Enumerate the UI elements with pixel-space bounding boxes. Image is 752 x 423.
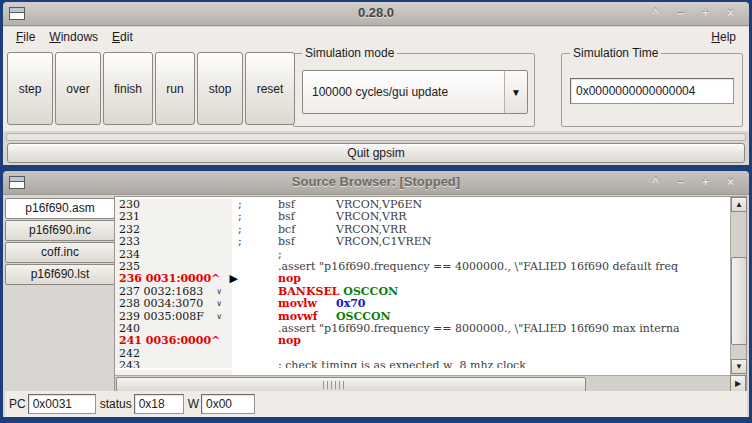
quit-gpsim-button[interactable]: Quit gpsim xyxy=(7,143,745,163)
code-segment: .assert "p16f690.frequency == 8000000., … xyxy=(278,323,680,335)
arrow-down-icon: ▼ xyxy=(735,362,743,371)
code-segment: ; check timing is as expected w 8 mhz cl… xyxy=(278,360,526,368)
vertical-scroll-thumb[interactable] xyxy=(731,257,747,345)
stop-button[interactable]: stop xyxy=(197,52,243,125)
titlebar[interactable]: 0.28.0 ^–+× xyxy=(3,2,749,26)
line-number: 235 xyxy=(119,260,140,273)
code-text: ;bsfVRCON,VP6EN xyxy=(232,199,730,211)
source-line[interactable]: 230;bsfVRCON,VP6EN xyxy=(115,199,730,211)
run-button[interactable]: run xyxy=(155,52,195,125)
gpsim-main-window: 0.28.0 ^–+× FileWindowsEdit Help Simulat… xyxy=(3,2,749,165)
code-segment: bsf xyxy=(278,236,336,248)
code-segment: bsf xyxy=(278,211,336,223)
source-line[interactable]: 232;bcfVRCON,VRR xyxy=(115,224,730,236)
tab-p16f690.inc[interactable]: p16f690.inc xyxy=(5,220,115,241)
arrow-up-icon: ▲ xyxy=(735,200,743,209)
shade-button[interactable]: ^ xyxy=(643,174,668,191)
tab-p16f690.asm[interactable]: p16f690.asm xyxy=(5,198,115,219)
close-button[interactable]: × xyxy=(718,5,743,22)
code-segment: nop xyxy=(278,335,301,347)
code-segment: nop xyxy=(278,273,301,285)
pc-label: PC xyxy=(9,397,26,411)
simulation-time-field[interactable]: 0x0000000000000004 xyxy=(570,78,734,104)
line-number: 241 0036:0000 xyxy=(119,334,211,347)
finish-button[interactable]: finish xyxy=(103,52,153,125)
source-view: 230;bsfVRCON,VP6EN231;bsfVRCON,VRR232;bc… xyxy=(114,196,747,391)
source-line[interactable]: 239 0035:008F∨movwfOSCCON xyxy=(115,311,730,323)
code-segment: 0x70 xyxy=(336,298,366,310)
code-segment: VRCON,C1VREN xyxy=(336,236,431,248)
code-segment: ; xyxy=(278,249,282,261)
code-segment: movwf xyxy=(278,311,336,323)
combo-arrow-button[interactable]: ▼ xyxy=(504,71,527,113)
code-segment: BANKSEL xyxy=(278,286,343,298)
menu-windows[interactable]: Windows xyxy=(42,28,105,46)
arrow-right-icon: ▶ xyxy=(735,379,741,388)
line-number: 234 xyxy=(119,248,140,261)
code-segment: OSCCON xyxy=(343,286,398,298)
minimize-button[interactable]: – xyxy=(668,174,693,191)
source-line[interactable]: 242 xyxy=(115,348,730,360)
step-button[interactable]: step xyxy=(7,52,53,125)
simulation-time-label: Simulation Time xyxy=(570,46,661,60)
line-number: 242 xyxy=(119,347,140,360)
source-line[interactable]: 236 0031:0000^▶nop xyxy=(115,273,730,285)
code-segment: VRCON,VRR xyxy=(336,224,407,236)
break-caret-icon: ^ xyxy=(211,334,220,347)
w-value-field[interactable]: 0x00 xyxy=(201,394,255,414)
over-button[interactable]: over xyxy=(55,52,101,125)
horizontal-scroll-thumb[interactable] xyxy=(116,377,586,392)
break-caret-icon: ^ xyxy=(211,272,220,285)
code-text: ; check timing is as expected w 8 mhz cl… xyxy=(232,360,730,368)
status-value-field[interactable]: 0x18 xyxy=(134,394,184,414)
line-gutter[interactable]: 243 xyxy=(115,360,232,368)
code-segment: ; xyxy=(238,211,278,223)
code-segment: ; xyxy=(238,236,278,248)
code-segment: movlw xyxy=(278,298,336,310)
status-strip xyxy=(6,133,746,141)
register-status-bar: PC0x0031status0x18W0x00 xyxy=(5,391,747,417)
source-line[interactable]: 233;bsfVRCON,C1VREN xyxy=(115,236,730,248)
line-number: 238 0034:3070 xyxy=(119,297,203,310)
horizontal-scrollbar[interactable] xyxy=(115,375,730,392)
source-line[interactable]: 237 0032:1683∨BANKSEL OSCCON xyxy=(115,286,730,298)
vertical-scrollbar[interactable]: ▲ ▼ xyxy=(730,197,746,375)
code-segment: VRCON,VP6EN xyxy=(336,199,422,211)
source-line[interactable]: 231;bsfVRCON,VRR xyxy=(115,211,730,223)
close-button[interactable]: × xyxy=(718,174,743,191)
menu-edit[interactable]: Edit xyxy=(105,28,140,46)
simulation-mode-groupbox: Simulation mode 100000 cycles/gui update… xyxy=(293,53,535,127)
tab-coff.inc[interactable]: coff.inc xyxy=(5,242,115,263)
maximize-button[interactable]: + xyxy=(693,5,718,22)
source-line[interactable]: 241 0036:0000^nop xyxy=(115,335,730,347)
flow-chevron-icon: ∨ xyxy=(216,311,222,323)
scroll-up-button[interactable]: ▲ xyxy=(731,197,747,212)
source-line[interactable]: 243; check timing is as expected w 8 mhz… xyxy=(115,360,730,368)
pc-value-field[interactable]: 0x0031 xyxy=(28,394,96,414)
titlebar[interactable]: Source Browser: [Stopped] ^–+× xyxy=(3,171,749,195)
code-segment: OSCCON xyxy=(336,311,391,323)
code-text: .assert "p16f690.frequency == 4000000., … xyxy=(232,261,730,273)
file-tab-list: p16f690.asmp16f690.inccoff.incp16f690.ls… xyxy=(5,198,115,286)
flow-chevron-icon: ∨ xyxy=(216,298,222,310)
menu-group: FileWindowsEdit xyxy=(9,28,140,46)
source-line[interactable]: 234; xyxy=(115,249,730,261)
menu-file[interactable]: File xyxy=(9,28,42,46)
simulation-mode-select[interactable]: 100000 cycles/gui update ▼ xyxy=(302,70,528,114)
current-line-pointer-icon: ▶ xyxy=(230,273,238,285)
source-line[interactable]: 238 0034:3070∨movlw0x70 xyxy=(115,298,730,310)
code-text: nop xyxy=(232,273,730,285)
code-segment: VRCON,VRR xyxy=(336,211,407,223)
minimize-button[interactable]: – xyxy=(668,5,693,22)
scroll-down-button[interactable]: ▼ xyxy=(731,359,747,374)
code-segment: bsf xyxy=(278,199,336,211)
shade-button[interactable]: ^ xyxy=(643,5,668,22)
line-number: 230 xyxy=(119,198,140,211)
code-segment: ; xyxy=(238,199,278,211)
code-segment: .assert "p16f690.frequency == 4000000., … xyxy=(278,261,678,273)
maximize-button[interactable]: + xyxy=(693,174,718,191)
reset-button[interactable]: reset xyxy=(245,52,295,125)
scroll-right-button[interactable]: ▶ xyxy=(730,375,746,392)
tab-p16f690.lst[interactable]: p16f690.lst xyxy=(5,264,115,285)
menu-help[interactable]: Help xyxy=(704,28,743,46)
